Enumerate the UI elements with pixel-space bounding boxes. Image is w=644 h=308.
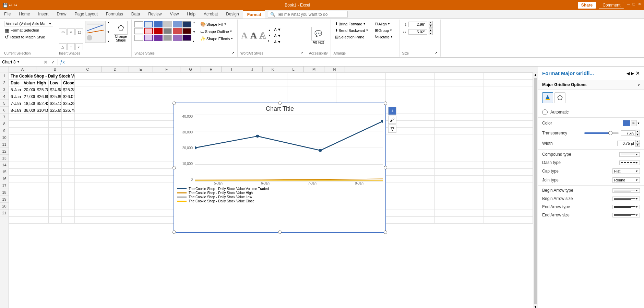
tab-review[interactable]: Review: [144, 10, 166, 19]
alt-text-button[interactable]: 💬 Alt Text: [311, 27, 325, 44]
color-edit-button[interactable]: ✏: [631, 120, 636, 126]
row-num-1[interactable]: 1: [0, 72, 9, 79]
cell-d5[interactable]: $25.13: [48, 100, 61, 107]
row-num-17[interactable]: 17: [0, 182, 9, 189]
cell-k3[interactable]: [336, 86, 385, 93]
tab-help[interactable]: Help: [183, 10, 200, 19]
cell-g2[interactable]: [140, 80, 189, 86]
cell-a3[interactable]: 5-Jan: [9, 86, 22, 93]
row-num-7[interactable]: 7: [0, 114, 9, 120]
cell-m3[interactable]: [434, 86, 484, 93]
cell-f2[interactable]: [74, 80, 140, 86]
style-swatch-6[interactable]: [182, 21, 191, 27]
row-num-18[interactable]: 18: [0, 189, 9, 196]
handle-tm[interactable]: [278, 102, 282, 105]
chart-style-button[interactable]: 🖌: [388, 116, 396, 124]
col-header-g[interactable]: G: [180, 67, 201, 72]
row-num-14[interactable]: 14: [0, 162, 9, 168]
style-swatch-2[interactable]: [144, 21, 153, 27]
col-header-c[interactable]: C: [74, 67, 102, 72]
cell-j3[interactable]: [287, 86, 336, 93]
group-button[interactable]: ⊞ Group ▼: [373, 27, 394, 33]
formula-input[interactable]: [67, 60, 644, 64]
cell-g1[interactable]: [140, 73, 189, 80]
gallery-expand[interactable]: ▾: [107, 40, 110, 43]
wordart-A2[interactable]: A: [250, 30, 258, 42]
shape-triangle[interactable]: △: [59, 43, 67, 50]
shape-rect[interactable]: ▭: [59, 28, 67, 35]
share-button[interactable]: Share: [578, 2, 596, 9]
cell-a6[interactable]: 8-Jan: [9, 107, 22, 114]
accept-formula-button[interactable]: ✓: [50, 59, 56, 65]
col-header-j[interactable]: J: [242, 67, 263, 72]
style-swatch-3[interactable]: [154, 21, 163, 27]
cell-b5[interactable]: 18,500: [22, 100, 35, 107]
pane-back-button[interactable]: ◀: [627, 71, 630, 76]
handle-ml[interactable]: [172, 166, 176, 169]
cell-i3[interactable]: [238, 86, 287, 93]
cell-m5[interactable]: [434, 100, 484, 107]
height-up[interactable]: ▲: [429, 21, 433, 24]
row-num-9[interactable]: 9: [0, 127, 9, 134]
row-num-13[interactable]: 13: [0, 155, 9, 162]
cell-a5[interactable]: 7-Jan: [9, 100, 22, 107]
col-header-f[interactable]: F: [153, 67, 180, 72]
cell-j2[interactable]: [287, 80, 336, 86]
format-selection-button[interactable]: ▦ Format Selection: [4, 27, 40, 33]
cell-i1[interactable]: [238, 73, 287, 80]
shape-fill-button[interactable]: 🎨 Shape Fill ▼: [199, 21, 235, 27]
scroll-down-arrow[interactable]: ▼: [533, 305, 538, 308]
text-outline-button[interactable]: A ▼: [273, 33, 282, 38]
style-swatch-1[interactable]: [134, 21, 143, 27]
row-num-4[interactable]: 4: [0, 93, 9, 100]
row-num-19[interactable]: 19: [0, 196, 9, 203]
cell-c3[interactable]: $25.78: [35, 86, 48, 93]
cell-c5[interactable]: $52.43: [35, 100, 48, 107]
chart-container[interactable]: + 🖌 ▽ Chart Title 40,000 30,000 20,000: [174, 103, 386, 233]
height-down[interactable]: ▼: [429, 24, 433, 28]
width-down[interactable]: ▼: [429, 32, 433, 35]
wordart-A1[interactable]: A: [240, 30, 248, 42]
style-swatch-7[interactable]: [134, 28, 143, 34]
style-swatch-17[interactable]: [173, 35, 182, 41]
scroll-up-arrow[interactable]: ▲: [533, 72, 538, 77]
cell-j1[interactable]: [287, 73, 336, 80]
cell-a7[interactable]: [9, 114, 22, 121]
cell-c4[interactable]: $26.65: [35, 93, 48, 100]
cell-n1[interactable]: [484, 73, 533, 80]
cell-h2[interactable]: [189, 80, 238, 86]
minimize-button[interactable]: ─: [627, 2, 630, 9]
cell-i4[interactable]: [238, 93, 287, 100]
comment-button[interactable]: Comment: [599, 2, 624, 9]
begin-arrow-size-dropdown[interactable]: ▼: [612, 197, 640, 201]
cell-e2[interactable]: Close: [61, 80, 74, 86]
end-arrow-size-dropdown[interactable]: ▼: [612, 213, 640, 217]
gallery-down[interactable]: ▼: [107, 31, 110, 34]
pane-forward-button[interactable]: ▶: [631, 71, 634, 76]
cell-b4[interactable]: 27,000: [22, 93, 35, 100]
row-num-10[interactable]: 10: [0, 134, 9, 141]
tab-file[interactable]: File: [0, 10, 15, 19]
change-shape-button[interactable]: ⬠ Change Shape: [113, 21, 129, 42]
style-swatch-4[interactable]: [163, 21, 172, 27]
width-down[interactable]: ▼: [635, 143, 640, 147]
shape-roundrect[interactable]: ▢: [75, 28, 83, 35]
tab-pagelayout[interactable]: Page Layout: [70, 10, 102, 19]
width-up[interactable]: ▲: [429, 28, 433, 32]
cell-g3[interactable]: [140, 86, 189, 93]
tab-draw[interactable]: Draw: [52, 10, 70, 19]
text-effects-button[interactable]: A ▼: [273, 39, 282, 45]
send-backward-button[interactable]: ⬇ Send Backward ▼: [334, 27, 370, 33]
shape-outline-button[interactable]: ▭ Shape Outline ▼: [199, 28, 235, 35]
wordart-expand-icon[interactable]: ↗: [300, 51, 303, 55]
width-up[interactable]: ▲: [635, 140, 640, 143]
chart-add-element-button[interactable]: +: [388, 107, 396, 115]
cell-f3[interactable]: [74, 86, 140, 93]
close-button[interactable]: ✕: [638, 2, 641, 9]
col-header-k[interactable]: K: [263, 67, 283, 72]
width-input[interactable]: [617, 141, 635, 146]
cell-k4[interactable]: [336, 93, 385, 100]
handle-mr[interactable]: [384, 166, 387, 169]
tab-data[interactable]: Data: [127, 10, 144, 19]
cell-n4[interactable]: [484, 93, 533, 100]
